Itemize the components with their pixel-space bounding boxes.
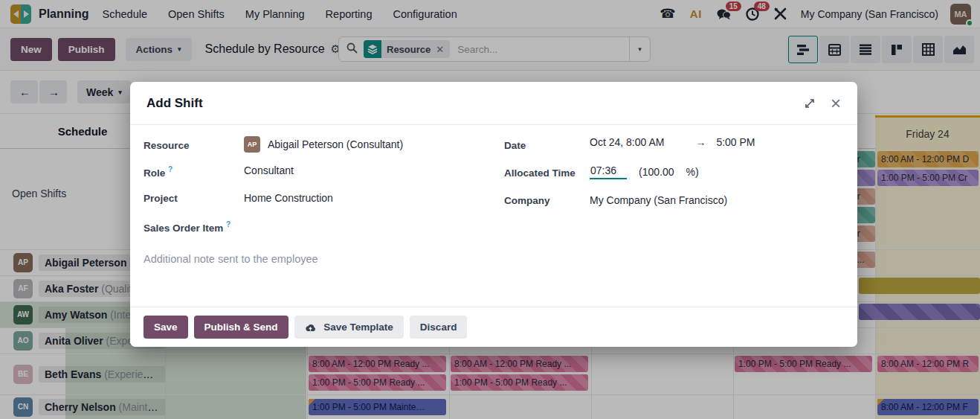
- date-field-value: Oct 24, 8:00 AM → 5:00 PM: [590, 136, 846, 148]
- resource-avatar: AP: [244, 136, 260, 153]
- discard-button[interactable]: Discard: [410, 316, 468, 339]
- help-icon[interactable]: ?: [168, 165, 173, 173]
- arrow-right-icon: →: [695, 136, 706, 148]
- company-field-label: Company: [504, 195, 550, 206]
- allocated-time-input[interactable]: 07:36: [590, 164, 627, 179]
- project-field-value[interactable]: Home Construction: [244, 192, 333, 204]
- date-field-label: Date: [504, 140, 526, 151]
- project-field-label: Project: [144, 193, 178, 204]
- expand-icon[interactable]: [804, 97, 816, 109]
- sales-order-item-field-label: Sales Order Item ?: [144, 220, 231, 234]
- close-icon[interactable]: ×: [831, 96, 841, 111]
- save-template-button[interactable]: Save Template: [294, 316, 404, 339]
- dialog-title: Add Shift: [146, 96, 203, 111]
- note-input[interactable]: Additional note sent to the employee: [144, 253, 842, 298]
- dialog-header: Add Shift ×: [130, 82, 857, 125]
- cloud-upload-icon: [305, 323, 316, 332]
- save-button[interactable]: Save: [144, 316, 188, 339]
- sales-order-item-field-value[interactable]: [257, 220, 480, 233]
- add-shift-dialog: Add Shift × Resource AP Abigail Peterson…: [130, 82, 857, 347]
- planning-app-screen: Planning ScheduleOpen ShiftsMy PlanningR…: [0, 0, 980, 419]
- help-icon[interactable]: ?: [226, 220, 231, 228]
- company-field-value[interactable]: My Company (San Francisco): [590, 194, 727, 206]
- publish-send-button[interactable]: Publish & Send: [194, 316, 288, 339]
- role-field-label: Role ?: [144, 165, 173, 179]
- allocated-time-field-label: Allocated Time: [504, 167, 576, 179]
- dialog-footer: Save Publish & Send Save Template Discar…: [130, 307, 857, 347]
- role-field-value[interactable]: Consultant: [244, 164, 294, 176]
- resource-field-label: Resource: [144, 140, 190, 151]
- date-start[interactable]: Oct 24, 8:00 AM: [590, 136, 664, 148]
- allocated-time-field-value: 07:36 (100.00 %): [590, 164, 699, 179]
- resource-field-value[interactable]: AP Abigail Peterson (Consultant): [244, 136, 403, 153]
- allocated-percentage-input[interactable]: (100.00: [639, 166, 674, 178]
- date-end[interactable]: 5:00 PM: [716, 136, 755, 148]
